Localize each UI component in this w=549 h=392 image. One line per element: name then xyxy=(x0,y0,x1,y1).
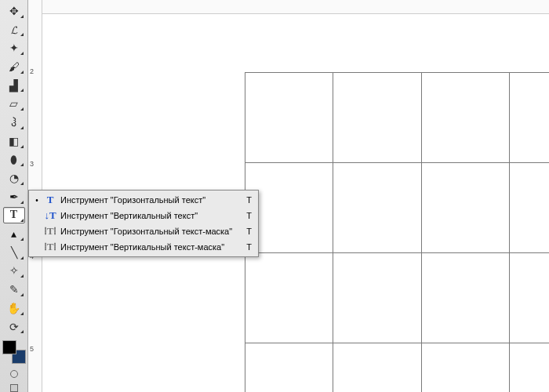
line-tool[interactable]: ╲ xyxy=(3,244,25,261)
blur-icon: ⬮ xyxy=(10,154,17,165)
eyedropper-tool[interactable]: ✎ xyxy=(3,281,25,298)
document-grid xyxy=(245,72,549,392)
dodge-icon: ◔ xyxy=(9,172,19,183)
hand-icon: ✋ xyxy=(7,303,20,314)
path-select-icon: ▴ xyxy=(11,228,16,239)
vertical-type-icon: ↓T xyxy=(43,209,57,222)
gradient-tool[interactable]: ◧ xyxy=(3,132,25,150)
flyout-label: Инструмент "Вертикальный текст-маска" xyxy=(60,242,246,252)
stamp-icon: ▟ xyxy=(9,80,18,91)
type-icon: T xyxy=(10,209,17,220)
screen-mode-icon[interactable] xyxy=(10,384,18,392)
foreground-color[interactable] xyxy=(2,340,16,354)
quickmask-row xyxy=(10,370,18,378)
eraser-tool[interactable]: ▱ xyxy=(3,95,25,112)
ruler-tick: 3 xyxy=(30,160,34,168)
hand-tool[interactable]: ✋ xyxy=(3,299,25,317)
ruler-horizontal xyxy=(28,0,549,14)
vertical-type-mask-icon: ⁞T⁞ xyxy=(43,241,57,253)
stamp-tool[interactable]: ▟ xyxy=(3,77,25,94)
flyout-shortcut: T xyxy=(246,227,252,236)
pen-tool[interactable]: ✒ xyxy=(3,188,25,205)
flyout-item-vertical-type[interactable]: ↓T Инструмент "Вертикальный текст" T xyxy=(29,208,258,223)
brush-icon: 🖌 xyxy=(9,61,20,72)
color-swatches[interactable] xyxy=(2,340,26,364)
horizontal-type-icon: T xyxy=(43,194,57,206)
dodge-tool[interactable]: ◔ xyxy=(3,169,25,187)
flyout-label: Инструмент "Вертикальный текст" xyxy=(60,211,246,220)
move-icon: ✥ xyxy=(9,5,19,16)
blur-tool[interactable]: ⬮ xyxy=(3,151,25,169)
eraser-icon: ▱ xyxy=(9,98,18,109)
notes-icon: ✧ xyxy=(9,265,19,276)
history-brush-icon: ჰ xyxy=(11,117,16,128)
flyout-item-horizontal-type-mask[interactable]: ⁞T⁞ Инструмент "Горизонтальный текст-мас… xyxy=(29,223,258,239)
brush-tool[interactable]: 🖌 xyxy=(3,58,25,75)
notes-tool[interactable]: ✧ xyxy=(3,263,25,280)
tools-panel: ✥ 𝓛 ✦ 🖌 ▟ ▱ ჰ ◧ ⬮ ◔ ✒ T ▴ ╲ ✧ ✎ ✋ ⟳ xyxy=(0,0,28,392)
gradient-icon: ◧ xyxy=(9,136,19,147)
ruler-tick: 5 xyxy=(30,345,34,353)
flyout-label: Инструмент "Горизонтальный текст" xyxy=(60,195,246,205)
wand-tool[interactable]: ✦ xyxy=(3,39,25,56)
pen-icon: ✒ xyxy=(9,191,19,202)
flyout-shortcut: T xyxy=(246,195,252,205)
move-tool[interactable]: ✥ xyxy=(3,2,25,20)
history-brush-tool[interactable]: ჰ xyxy=(3,114,25,131)
type-tool-flyout: • T Инструмент "Горизонтальный текст" T … xyxy=(28,190,259,257)
path-select-tool[interactable]: ▴ xyxy=(3,225,25,242)
rotate-tool[interactable]: ⟳ xyxy=(3,318,25,336)
active-dot-icon: • xyxy=(34,196,40,205)
type-tool[interactable]: T xyxy=(3,207,25,224)
horizontal-type-mask-icon: ⁞T⁞ xyxy=(43,225,57,238)
flyout-item-vertical-type-mask[interactable]: ⁞T⁞ Инструмент "Вертикальный текст-маска… xyxy=(29,239,258,255)
rotate-icon: ⟳ xyxy=(9,321,19,332)
eyedropper-icon: ✎ xyxy=(9,284,19,295)
line-icon: ╲ xyxy=(11,247,17,258)
standard-mode-icon[interactable] xyxy=(10,370,18,378)
screenmode-row xyxy=(10,384,18,392)
lasso-tool[interactable]: 𝓛 xyxy=(3,21,25,38)
flyout-shortcut: T xyxy=(246,242,252,252)
flyout-shortcut: T xyxy=(246,211,252,220)
flyout-label: Инструмент "Горизонтальный текст-маска" xyxy=(60,227,246,236)
ruler-tick: 2 xyxy=(30,67,34,75)
wand-icon: ✦ xyxy=(9,42,19,53)
flyout-item-horizontal-type[interactable]: • T Инструмент "Горизонтальный текст" T xyxy=(29,192,258,208)
lasso-icon: 𝓛 xyxy=(11,24,17,35)
